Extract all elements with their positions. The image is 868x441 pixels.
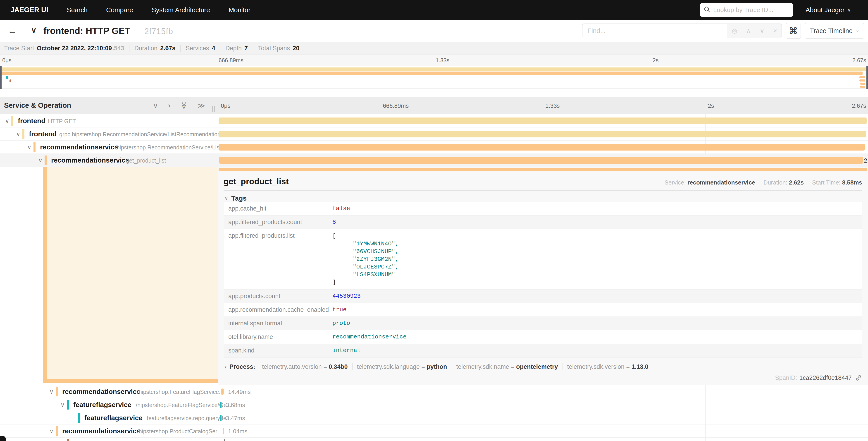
column-resize-handle[interactable] (212, 106, 217, 112)
chevron-down-icon: ∨ (856, 28, 859, 33)
span-detail-panel: get_product_list Service: recommendation… (218, 167, 868, 385)
span-operation: grpc.hipstershop.RecommendationService/L… (59, 131, 223, 138)
span-service: recommendationservice (62, 388, 140, 395)
detail-accent-bar-top (219, 168, 867, 171)
span-collapse-chevron[interactable]: ∨ (27, 144, 31, 151)
link-icon[interactable] (855, 374, 862, 381)
span-operation: featureflagservice.repo.query:fe... (147, 415, 231, 421)
chevron-down-icon: ∨ (847, 7, 851, 13)
find-clear-icon[interactable]: × (773, 27, 777, 34)
app-logo[interactable]: JAEGER UI (10, 6, 48, 14)
span-service: recommendationservice (51, 156, 129, 164)
span-bar[interactable] (219, 130, 866, 138)
span-row[interactable]: ∨ recommendationservice /hipstershop.Fea… (0, 385, 868, 398)
collapse-one-icon[interactable]: ∨ (153, 101, 158, 110)
span-collapse-chevron[interactable]: ∨ (38, 157, 42, 164)
tag-row: app.filtered_products.count 8 (224, 215, 862, 229)
span-operation: /hipstershop.ProductCatalogSer... (137, 428, 222, 435)
find-next-icon[interactable]: ∨ (760, 27, 764, 34)
chevron-down-icon: ∨ (224, 195, 228, 201)
timeline-tick: 2.67s (852, 102, 866, 109)
trace-id-lookup-input[interactable] (713, 6, 795, 13)
trace-collapse-chevron[interactable]: ∨ (31, 25, 37, 35)
span-row[interactable]: ∨ featureflagservice /hipstershop.Featur… (0, 398, 868, 411)
span-row[interactable]: ∨ recommendationservice /hipstershop.Rec… (0, 141, 868, 154)
span-bar[interactable] (220, 402, 221, 408)
span-service: recommendationservice (62, 427, 140, 435)
process-section-toggle[interactable]: › Process: telemetry.auto.version = 0.34… (224, 363, 653, 371)
span-duration: 1.04ms (228, 428, 247, 435)
keyboard-shortcuts-button[interactable]: ⌘ (786, 23, 801, 39)
span-bar-duration: 2.62s (864, 157, 868, 164)
locate-icon[interactable]: ◎ (732, 27, 737, 34)
minimap-canvas[interactable] (0, 66, 868, 89)
find-input-wrapper[interactable] (582, 24, 727, 38)
nav-item-compare[interactable]: Compare (106, 6, 133, 14)
minimap-ruler: 0μs 666.89ms 1.33s 2s 2.67s (0, 55, 868, 66)
span-duration: 14.49ms (228, 388, 251, 395)
span-bar[interactable] (219, 144, 865, 151)
span-bar[interactable] (223, 428, 224, 434)
tag-row: internal.span.format proto (224, 317, 862, 330)
minimap-tick: 0μs (2, 57, 11, 64)
tag-row: app.products.count 44530923 (224, 290, 862, 303)
find-prev-icon[interactable]: ∧ (746, 27, 751, 34)
back-button[interactable]: ← (0, 20, 25, 42)
span-collapse-chevron[interactable]: ∨ (60, 401, 65, 408)
span-operation: HTTP GET (48, 118, 76, 124)
span-row[interactable]: featureflagservice featureflagservice.re… (0, 411, 868, 424)
span-collapse-chevron[interactable]: ∨ (49, 388, 54, 395)
tag-row: app.cache_hit false (224, 202, 862, 215)
service-color-bar (44, 155, 46, 165)
tags-table: app.cache_hit false app.filtered_product… (224, 202, 862, 357)
minimap-span-bar (6, 76, 8, 79)
span-bar[interactable] (220, 415, 221, 421)
span-row[interactable]: ∨ recommendationservice /hipstershop.Pro… (0, 424, 868, 438)
nav-item-monitor[interactable]: Monitor (228, 6, 250, 14)
collapse-all-icon[interactable]: ≫ (180, 102, 188, 109)
minimap-tick: 1.33s (436, 57, 450, 64)
service-color-bar (56, 426, 58, 436)
nav-item-system-architecture[interactable]: System Architecture (152, 6, 210, 14)
minimap-span-bar (860, 86, 865, 88)
span-collapse-chevron[interactable]: ∨ (5, 117, 9, 124)
span-duration: 3.68ms (226, 402, 245, 409)
span-service: featureflagservice (84, 414, 143, 422)
jaeger-trace-page: JAEGER UI Search Compare System Architec… (0, 0, 868, 441)
tag-row: app.recommendation.cache_enabled true (224, 303, 862, 317)
span-operation: /hipstershop.RecommendationService/Lis..… (115, 144, 224, 151)
span-bar[interactable] (221, 388, 224, 395)
span-bar[interactable] (224, 439, 225, 441)
span-row[interactable]: ∨ frontend HTTP GET (0, 114, 868, 127)
expand-all-icon[interactable]: ≫ (198, 101, 205, 110)
expand-one-icon[interactable]: › (168, 101, 170, 110)
minimap-scrubber-left[interactable] (0, 66, 2, 89)
trace-id-lookup[interactable] (700, 3, 793, 17)
span-bar[interactable] (219, 157, 863, 164)
span-operation: /hipstershop.FeatureFlagService/Ge... (136, 402, 231, 408)
trace-duration: Duration 2.67s (129, 45, 181, 52)
timeline-tick: 2s (708, 102, 714, 109)
service-operation-title: Service & Operation (4, 101, 71, 110)
find-input[interactable] (583, 27, 727, 35)
span-duration: 3.47ms (226, 415, 245, 422)
span-row-selected[interactable]: ∨ recommendationservice get_product_list… (0, 154, 868, 167)
span-collapse-chevron[interactable]: ∨ (49, 428, 54, 435)
about-jaeger-menu[interactable]: About Jaeger ∨ (806, 0, 851, 20)
tags-section-toggle[interactable]: ∨ Tags (224, 195, 247, 202)
timeline-tick: 0μs (221, 102, 230, 109)
span-row[interactable]: ∨ frontend grpc.hipstershop.Recommendati… (0, 127, 868, 141)
span-collapse-chevron[interactable]: ∨ (16, 130, 20, 138)
span-row-partial[interactable] (0, 438, 868, 441)
trace-view-selector[interactable]: Trace Timeline ∨ (805, 23, 864, 39)
detail-row-highlight (47, 167, 218, 379)
top-nav: JAEGER UI Search Compare System Architec… (0, 0, 868, 20)
minimap-scrubber-right[interactable] (866, 66, 868, 89)
find-controls: ◎ ∧ ∨ × (727, 24, 782, 38)
span-bar[interactable] (219, 117, 867, 124)
trace-start: Trace Start October 22 2022, 22:10:09.54… (4, 45, 129, 52)
service-color-bar (22, 129, 25, 139)
nav-item-search[interactable]: Search (67, 6, 88, 14)
service-color-bar (78, 413, 80, 423)
trace-services: Services 4 (181, 45, 220, 52)
